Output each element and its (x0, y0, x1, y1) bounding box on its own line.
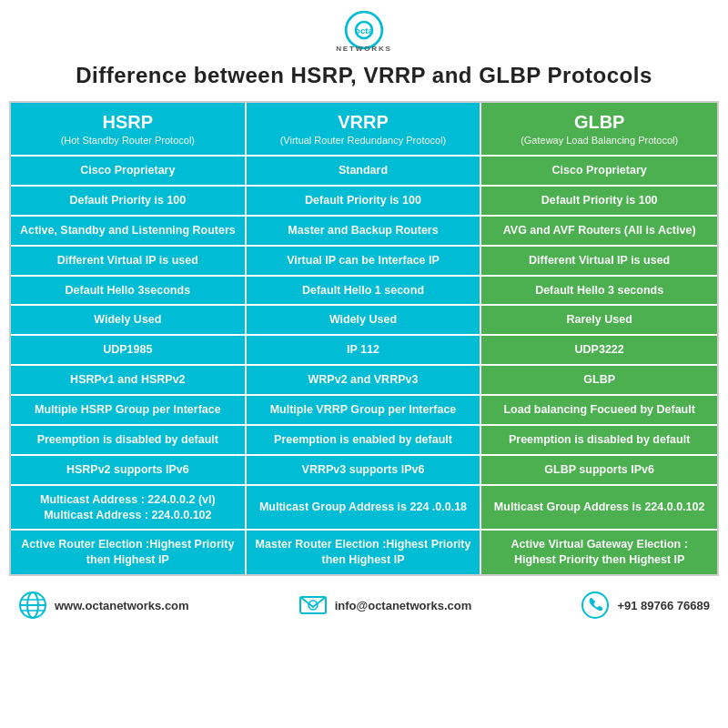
table-row: Widely UsedWidely UsedRarely Used (11, 304, 717, 334)
table-row: Different Virtual IP is usedVirtual IP c… (11, 245, 717, 275)
cell-hsrp-10: HSRPv2 supports IPv6 (11, 456, 247, 484)
cell-vrrp-6: IP 112 (247, 336, 482, 364)
cell-hsrp-0: Cisco Proprietary (11, 157, 247, 185)
footer-website: www.octanetworks.com (18, 591, 189, 620)
cell-hsrp-6: UDP1985 (11, 336, 247, 364)
cell-glbp-2: AVG and AVF Routers (All is Active) (481, 217, 717, 245)
table-row: Cisco ProprietaryStandardCisco Proprieta… (11, 155, 717, 185)
svg-text:NETWORKS: NETWORKS (336, 45, 392, 53)
cell-vrrp-2: Master and Backup Routers (247, 217, 482, 245)
cell-glbp-10: GLBP supports IPv6 (481, 456, 717, 484)
cell-vrrp-0: Standard (247, 157, 482, 185)
email-text: info@octanetworks.com (335, 599, 472, 612)
logo: octa NETWORKS (323, 9, 405, 59)
cell-glbp-5: Rarely Used (481, 306, 717, 334)
cell-glbp-4: Default Hello 3 seconds (481, 277, 717, 305)
header: octa NETWORKS Difference between HSRP, V… (0, 0, 728, 101)
table-row: Default Priority is 100Default Priority … (11, 185, 717, 215)
table-row: Preemption is disabled by defaultPreempt… (11, 424, 717, 454)
cell-glbp-9: Preemption is disabled by default (481, 426, 717, 454)
cell-glbp-0: Cisco Proprietary (481, 157, 717, 185)
cell-glbp-7: GLBP (481, 366, 717, 394)
table-header-row: HSRP (Hot Standby Router Protocol) VRRP … (11, 103, 717, 155)
table-body: Cisco ProprietaryStandardCisco Proprieta… (11, 155, 717, 574)
phone-text: +91 89766 76689 (617, 599, 710, 612)
page-title: Difference between HSRP, VRRP and GLBP P… (76, 63, 652, 88)
svg-point-11 (582, 592, 608, 618)
cell-hsrp-7: HSRPv1 and HSRPv2 (11, 366, 247, 394)
comparison-table: HSRP (Hot Standby Router Protocol) VRRP … (9, 101, 719, 576)
cell-hsrp-4: Default Hello 3seconds (11, 277, 247, 305)
hsrp-subtitle: (Hot Standby Router Protocol) (16, 135, 239, 146)
cell-glbp-11: Multicast Group Address is 224.0.0.102 (481, 486, 717, 530)
cell-hsrp-12: Active Router Election :Highest Priority… (11, 531, 247, 574)
table-row: Default Hello 3secondsDefault Hello 1 se… (11, 275, 717, 305)
hsrp-title: HSRP (16, 112, 239, 133)
table-row: Active, Standby and Listenning RoutersMa… (11, 215, 717, 245)
cell-vrrp-8: Multiple VRRP Group per Interface (247, 396, 482, 424)
table-row: Multiple HSRP Group per InterfaceMultipl… (11, 394, 717, 424)
cell-hsrp-9: Preemption is disabled by default (11, 426, 247, 454)
cell-vrrp-4: Default Hello 1 second (247, 277, 482, 305)
cell-vrrp-9: Preemption is enabled by default (247, 426, 482, 454)
cell-glbp-8: Load balancing Focueed by Default (481, 396, 717, 424)
glbp-title: GLBP (487, 112, 712, 133)
hsrp-header: HSRP (Hot Standby Router Protocol) (11, 103, 247, 155)
vrrp-header: VRRP (Virtual Router Redundancy Protocol… (247, 103, 482, 155)
cell-vrrp-1: Default Priority is 100 (247, 187, 482, 215)
table-row: Multicast Address : 224.0.0.2 (vl) Multi… (11, 484, 717, 530)
cell-hsrp-5: Widely Used (11, 306, 247, 334)
cell-hsrp-3: Different Virtual IP is used (11, 247, 247, 275)
footer-email: info@octanetworks.com (298, 591, 472, 620)
glbp-subtitle: (Gateway Load Balancing Protocol) (487, 135, 712, 146)
svg-text:octa: octa (355, 25, 374, 35)
cell-glbp-1: Default Priority is 100 (481, 187, 717, 215)
table-row: Active Router Election :Highest Priority… (11, 529, 717, 574)
cell-vrrp-5: Widely Used (247, 306, 482, 334)
table-row: UDP1985IP 112UDP3222 (11, 334, 717, 364)
footer: www.octanetworks.com info@octanetworks.c… (9, 581, 719, 627)
cell-glbp-6: UDP3222 (481, 336, 717, 364)
vrrp-title: VRRP (252, 112, 475, 133)
cell-hsrp-11: Multicast Address : 224.0.0.2 (vl) Multi… (11, 486, 247, 530)
cell-glbp-12: Active Virtual Gateway Election : Highes… (481, 531, 717, 574)
table-row: HSRPv2 supports IPv6VRRPv3 supports IPv6… (11, 454, 717, 484)
glbp-header: GLBP (Gateway Load Balancing Protocol) (481, 103, 717, 155)
cell-glbp-3: Different Virtual IP is used (481, 247, 717, 275)
footer-phone: +91 89766 76689 (581, 591, 710, 620)
cell-vrrp-10: VRRPv3 supports IPv6 (247, 456, 482, 484)
cell-hsrp-8: Multiple HSRP Group per Interface (11, 396, 247, 424)
cell-vrrp-12: Master Router Election :Highest Priority… (247, 531, 482, 574)
cell-vrrp-3: Virtual IP can be Interface IP (247, 247, 482, 275)
cell-vrrp-7: WRPv2 and VRRPv3 (247, 366, 482, 394)
cell-vrrp-11: Multicast Group Address is 224 .0.0.18 (247, 486, 482, 530)
cell-hsrp-2: Active, Standby and Listenning Routers (11, 217, 247, 245)
vrrp-subtitle: (Virtual Router Redundancy Protocol) (252, 135, 475, 146)
page-wrapper: octa NETWORKS Difference between HSRP, V… (0, 0, 728, 728)
cell-hsrp-1: Default Priority is 100 (11, 187, 247, 215)
website-text: www.octanetworks.com (55, 599, 189, 612)
table-row: HSRPv1 and HSRPv2WRPv2 and VRRPv3GLBP (11, 364, 717, 394)
